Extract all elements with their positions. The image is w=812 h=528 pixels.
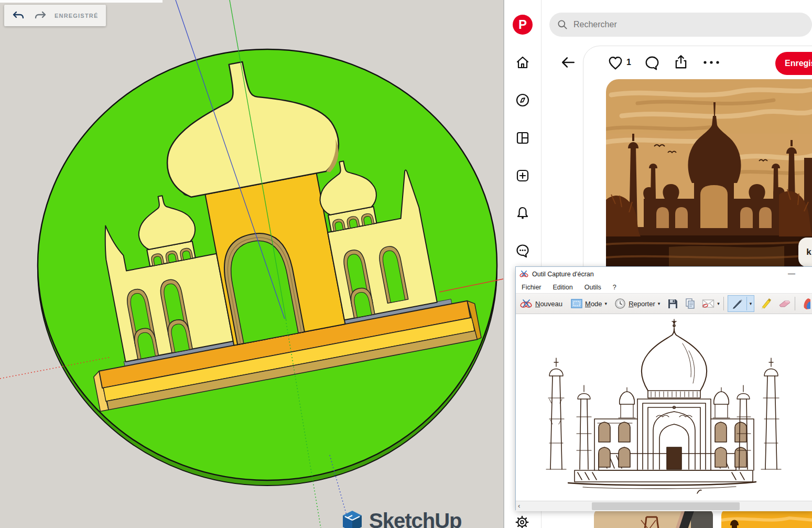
notifications-icon[interactable] xyxy=(515,206,530,220)
eraser-tool-icon xyxy=(777,298,791,309)
copy-button[interactable] xyxy=(685,298,696,309)
edit-partial-button[interactable] xyxy=(803,297,810,310)
search-input[interactable] xyxy=(572,19,774,30)
eraser-button[interactable] xyxy=(777,298,791,309)
boards-icon[interactable] xyxy=(515,131,530,145)
menu-outils[interactable]: Outils xyxy=(579,284,607,291)
settings-gear-icon[interactable] xyxy=(515,515,529,528)
mode-selection-icon xyxy=(571,299,582,308)
menu-edition[interactable]: Edition xyxy=(547,284,579,291)
toolbar-separator xyxy=(795,297,795,310)
messages-icon[interactable] xyxy=(515,243,530,258)
captured-taj-sketch xyxy=(516,314,812,501)
search-icon xyxy=(557,19,568,30)
save-button[interactable] xyxy=(667,298,678,309)
pen-button-selected[interactable]: ▾ xyxy=(728,295,755,312)
snip-canvas[interactable] xyxy=(516,314,812,501)
snip-toolbar[interactable]: Nouveau Mode ▾ Reporter ▾ xyxy=(516,293,812,314)
share-icon[interactable] xyxy=(673,54,689,70)
pen-dropdown-arrow[interactable]: ▾ xyxy=(746,297,752,310)
comment-icon[interactable] xyxy=(644,55,660,71)
send-mail-icon xyxy=(702,298,714,309)
home-icon[interactable] xyxy=(515,55,530,70)
snip-menu-bar[interactable]: Fichier Edition Outils ? xyxy=(516,281,812,293)
explore-icon[interactable] xyxy=(515,93,530,107)
heart-icon[interactable] xyxy=(608,55,623,71)
snip-title-bar[interactable]: Outil Capture d'écran — xyxy=(516,267,812,281)
copy-pages-icon xyxy=(685,298,696,309)
menu-aide[interactable]: ? xyxy=(607,284,622,291)
toolbar-separator xyxy=(723,297,724,310)
related-pin-eiffel[interactable] xyxy=(594,510,713,528)
new-snip-button[interactable]: Nouveau xyxy=(520,298,562,309)
delay-dropdown-arrow[interactable]: ▾ xyxy=(658,301,661,306)
sketchup-model-canvas[interactable] xyxy=(0,0,503,528)
window-title: Outil Capture d'écran xyxy=(532,271,594,278)
snipping-tool-app-icon xyxy=(519,270,528,278)
highlighter-button[interactable] xyxy=(759,297,772,310)
undo-icon[interactable] xyxy=(12,9,25,23)
snipping-tool-window[interactable]: Outil Capture d'écran — Fichier Edition … xyxy=(515,266,812,510)
back-arrow-icon[interactable] xyxy=(560,55,576,70)
like-count: 1 xyxy=(626,58,631,67)
top-edge-strip xyxy=(0,0,163,3)
more-options-icon[interactable] xyxy=(701,58,722,67)
sketchup-toolbar: ENREGISTRÉ xyxy=(4,5,106,26)
delay-clock-icon xyxy=(614,298,626,309)
redo-icon[interactable] xyxy=(34,9,47,23)
pen-tool-icon xyxy=(730,297,744,310)
horizontal-scrollbar[interactable]: ‹ xyxy=(516,501,812,511)
sketchup-cube-icon xyxy=(341,510,364,528)
scrollbar-thumb[interactable] xyxy=(592,502,740,510)
menu-fichier[interactable]: Fichier xyxy=(516,284,547,291)
scroll-left-arrow[interactable]: ‹ xyxy=(518,502,520,510)
related-pin-sunset-taj[interactable] xyxy=(721,510,812,528)
sketchup-logo: SketchUp xyxy=(341,510,503,528)
create-icon[interactable] xyxy=(515,168,530,183)
new-snip-scissors-icon xyxy=(520,298,533,309)
highlighter-tool-icon xyxy=(759,297,772,310)
pinterest-logo[interactable]: P xyxy=(513,15,533,35)
mode-button[interactable]: Mode ▾ xyxy=(571,299,607,308)
minimize-button[interactable]: — xyxy=(788,269,795,277)
search-bar[interactable] xyxy=(549,13,812,37)
sketchup-viewport[interactable]: ENREGISTRÉ SketchUp xyxy=(0,0,503,528)
delay-button[interactable]: Reporter ▾ xyxy=(614,298,660,309)
mail-dropdown-arrow[interactable]: ▾ xyxy=(717,301,720,306)
mode-dropdown-arrow[interactable]: ▾ xyxy=(605,301,608,306)
image-corner-overlay[interactable]: k xyxy=(798,238,812,267)
save-floppy-icon xyxy=(667,298,678,309)
send-mail-button[interactable]: ▾ xyxy=(702,298,720,309)
partial-colorful-icon xyxy=(803,297,810,310)
saved-status: ENREGISTRÉ xyxy=(55,13,99,19)
save-pin-button[interactable]: Enregist xyxy=(775,52,812,75)
